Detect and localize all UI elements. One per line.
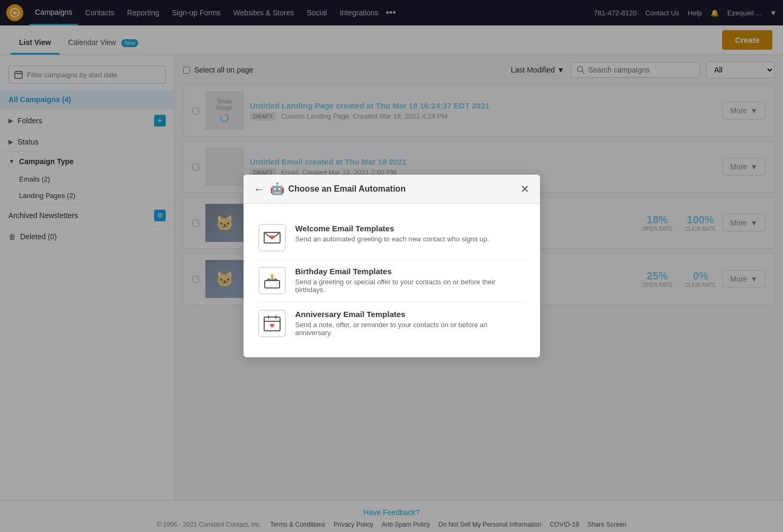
modal-close-button[interactable]: ✕ [520, 183, 529, 195]
anniversary-option-text: Anniversary Email Templates Send a note,… [295, 310, 525, 337]
svg-rect-8 [265, 281, 280, 288]
modal-overlay[interactable]: ← 🤖 Choose an Email Automation ✕ Welcome… [0, 0, 783, 532]
anniversary-email-option[interactable]: Anniversary Email Templates Send a note,… [258, 302, 525, 345]
modal-title-icon: 🤖 [270, 182, 284, 196]
svg-rect-11 [264, 317, 280, 331]
anniversary-svg [263, 314, 282, 333]
envelope-heart-svg [263, 228, 282, 247]
birthday-svg [263, 271, 282, 290]
email-automation-modal: ← 🤖 Choose an Email Automation ✕ Welcome… [244, 175, 540, 357]
welcome-option-title: Welcome Email Templates [295, 224, 489, 233]
modal-header: ← 🤖 Choose an Email Automation ✕ [244, 175, 540, 204]
svg-point-10 [271, 274, 274, 277]
birthday-email-option[interactable]: Birthday Email Templates Send a greeting… [258, 259, 525, 302]
anniversary-option-desc: Send a note, offer, or reminder to your … [295, 321, 525, 337]
anniversary-icon [258, 310, 286, 337]
birthday-option-text: Birthday Email Templates Send a greeting… [295, 267, 525, 294]
modal-title: Choose an Email Automation [289, 184, 520, 194]
welcome-option-text: Welcome Email Templates Send an automate… [295, 224, 489, 243]
welcome-icon [258, 224, 286, 251]
modal-body: Welcome Email Templates Send an automate… [244, 204, 540, 357]
welcome-email-option[interactable]: Welcome Email Templates Send an automate… [258, 217, 525, 259]
welcome-option-desc: Send an automated greeting to each new c… [295, 235, 489, 243]
anniversary-option-title: Anniversary Email Templates [295, 310, 525, 319]
modal-back-button[interactable]: ← [254, 183, 265, 195]
birthday-icon [258, 267, 286, 294]
birthday-option-desc: Send a greeting or special offer to your… [295, 278, 525, 294]
birthday-option-title: Birthday Email Templates [295, 267, 525, 276]
